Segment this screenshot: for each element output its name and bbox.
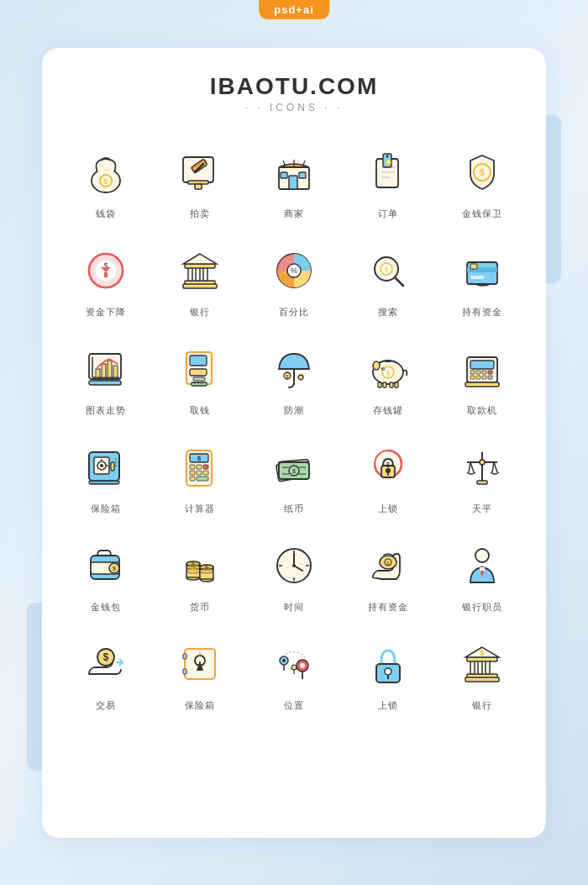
svg-rect-76: [378, 382, 381, 387]
icon-label-shang-suo2: 上锁: [378, 699, 398, 712]
icon-box-qu-kuan-ji: [452, 339, 512, 399]
svg-rect-55: [108, 361, 112, 377]
icon-box-qu-qian: [170, 339, 230, 399]
icon-item-tian-ping: 天平: [435, 425, 529, 524]
svg-point-98: [115, 457, 118, 460]
svg-rect-53: [96, 369, 100, 377]
format-badge: psd+ai: [259, 0, 329, 19]
svg-point-161: [475, 549, 489, 562]
svg-point-173: [282, 659, 286, 662]
svg-rect-35: [196, 267, 200, 281]
site-title: IBAOTU.COM: [59, 73, 529, 100]
icon-label-chi-you-zi-jin2: 持有资金: [368, 601, 408, 614]
svg-text:$: $: [197, 455, 202, 462]
shadow-decoration-right: [528, 115, 561, 283]
icon-label-qian-dai: 钱袋: [96, 208, 116, 220]
svg-text:$: $: [292, 467, 297, 475]
icon-label-wei-zhi: 位置: [284, 699, 304, 712]
svg-rect-31: [104, 272, 108, 277]
svg-text:$: $: [480, 167, 485, 177]
svg-rect-181: [465, 677, 499, 682]
icon-item-tu-biao-zou-shi: 图表走势: [59, 327, 153, 425]
svg-rect-183: [478, 661, 482, 674]
icon-item-yin-hang: 银行: [153, 229, 247, 327]
icon-label-bao-xian-xiang2: 保险箱: [185, 699, 215, 712]
icon-label-chi-you-zi-jin: 持有资金: [462, 306, 502, 319]
icon-item-cun-qian-guan: $ 存钱罐: [341, 327, 435, 425]
icon-box-tian-ping: [452, 437, 512, 498]
icon-item-zi-jin-xia-jiang: $ 资金下降: [59, 229, 153, 327]
icon-box-jin-qian-bao: $: [76, 535, 136, 596]
svg-rect-61: [193, 377, 205, 381]
icon-item-shi-jian: 时间: [247, 524, 341, 622]
icon-box-zhi-bi: $: [264, 437, 324, 498]
icon-label-tian-ping: 天平: [472, 503, 492, 515]
icon-box-jin-qian-bao-wei: $: [452, 142, 512, 203]
svg-rect-110: [190, 477, 195, 481]
svg-point-99: [115, 461, 118, 463]
svg-rect-10: [281, 172, 287, 178]
icon-item-chi-you-zi-jin: 持有资金: [435, 229, 529, 327]
icon-box-pai-mai: [170, 142, 230, 203]
icon-label-shang-suo: 上锁: [378, 503, 398, 515]
svg-rect-104: [190, 465, 195, 469]
icon-label-sou-suo: 搜索: [378, 306, 398, 319]
svg-rect-56: [113, 366, 118, 377]
svg-rect-5: [195, 184, 202, 189]
icon-box-ji-suan-qi: $: [170, 437, 230, 498]
svg-line-133: [492, 462, 494, 472]
icon-box-qian-dai: $: [76, 142, 136, 203]
svg-point-71: [373, 361, 380, 370]
icon-label-yin-hang2: 银行: [472, 699, 492, 712]
icon-item-pai-mai: 拍卖: [153, 130, 247, 229]
svg-point-130: [480, 460, 485, 465]
icon-label-zi-jin-xia-jiang: 资金下降: [86, 306, 126, 319]
svg-text:$: $: [480, 649, 484, 657]
icon-item-bai-fen-bi: % 百分比: [247, 229, 341, 327]
icon-box-chi-you-zi-jin2: $: [358, 535, 418, 596]
icon-label-qu-kuan-ji: 取款机: [467, 404, 497, 417]
svg-text:$: $: [103, 651, 109, 663]
icon-label-ji-suan-qi: 计算器: [185, 503, 215, 515]
icon-label-bao-xian-xiang: 保险箱: [91, 503, 121, 515]
icon-item-sou-suo: $ 搜索: [341, 229, 435, 327]
svg-rect-82: [470, 371, 475, 374]
svg-rect-184: [486, 661, 490, 674]
icon-box-sou-suo: $: [358, 240, 418, 301]
svg-rect-48: [470, 276, 484, 279]
svg-rect-87: [476, 376, 480, 379]
main-card: IBAOTU.COM ICONS $ 钱袋: [42, 48, 546, 838]
icon-item-huo-bi: $ $ 货币: [153, 524, 247, 622]
icon-label-jin-qian-bao-wei: 金钱保卫: [462, 208, 502, 220]
icon-label-fang-chao: 防潮: [284, 404, 304, 417]
svg-rect-60: [190, 369, 207, 376]
icon-box-yin-hang: [170, 240, 230, 301]
icon-item-qu-kuan-ji: 取款机: [435, 327, 529, 425]
icon-item-yin-hang2: $ 银行: [435, 622, 529, 720]
svg-rect-11: [299, 172, 306, 178]
svg-line-43: [395, 277, 403, 286]
icon-item-jin-qian-bao: $ 金钱包: [59, 524, 153, 622]
svg-rect-49: [470, 264, 477, 269]
svg-text:$: $: [103, 177, 108, 186]
svg-rect-83: [476, 371, 480, 374]
icon-item-chi-you-zi-jin2: $ 持有资金: [341, 524, 435, 622]
icon-box-tu-biao-zou-shi: [76, 339, 136, 399]
svg-rect-9: [289, 176, 297, 189]
svg-rect-33: [183, 284, 217, 288]
svg-rect-109: [203, 471, 208, 475]
svg-point-68: [298, 375, 303, 380]
icon-label-zhi-bi: 纸币: [284, 503, 304, 515]
icon-box-bao-xian-xiang: [76, 437, 136, 498]
svg-rect-107: [190, 471, 195, 475]
svg-line-131: [469, 462, 470, 472]
icon-item-yin-hang-zhi-yuan: 银行职员: [435, 524, 529, 622]
svg-rect-78: [390, 382, 393, 387]
icon-label-yin-hang-zhi-yuan: 银行职员: [462, 601, 502, 614]
icon-item-zhi-bi: $ 纸币: [247, 425, 341, 524]
svg-rect-108: [197, 471, 202, 475]
svg-rect-81: [470, 361, 494, 369]
icon-item-shang-suo2: 上锁: [341, 622, 435, 720]
svg-rect-79: [395, 382, 398, 387]
icon-item-qu-qian: 取钱: [153, 327, 247, 425]
